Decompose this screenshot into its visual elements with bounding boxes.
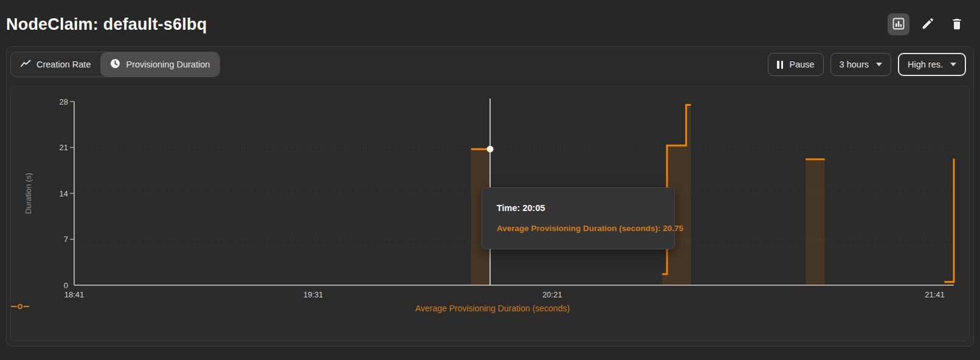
header-actions [888, 13, 968, 35]
chevron-down-icon [950, 63, 956, 66]
delete-button[interactable] [946, 13, 968, 35]
hover-point [488, 147, 493, 152]
y-tick-label: 0 [64, 281, 68, 290]
series-line [944, 159, 954, 282]
header: NodeClaim: default-s6lbq [0, 0, 980, 46]
chart-tooltip: Time: 20:05 Average Provisioning Duratio… [481, 187, 675, 249]
tab-label: Creation Rate [36, 60, 91, 69]
edit-button[interactable] [917, 13, 939, 35]
tab-group: Creation Rate Provisioning Duration [10, 52, 220, 77]
trend-line-icon [21, 60, 31, 69]
tab-provisioning-duration[interactable]: Provisioning Duration [100, 52, 219, 77]
time-range-dropdown[interactable]: 3 hours [830, 53, 891, 76]
x-tick-label: 21:41 [925, 290, 945, 299]
panel-chart-icon [892, 18, 905, 32]
tooltip-value: Average Provisioning Duration (seconds):… [497, 224, 674, 233]
y-tick-label: 21 [60, 143, 68, 152]
time-range-value: 3 hours [840, 60, 869, 69]
chart-view-button[interactable] [888, 13, 909, 35]
series-area [944, 159, 954, 285]
chart-legend[interactable]: Average Provisioning Duration (seconds) [11, 303, 969, 313]
pause-label: Pause [789, 60, 814, 69]
chart-panel: 0714212818:4119:3120:2121:41Duration (s)… [10, 86, 970, 341]
x-tick-label: 19:31 [303, 290, 323, 299]
legend-label: Average Provisioning Duration (seconds) [415, 303, 570, 313]
chart-toolbar: Creation Rate Provisioning Duration Paus… [10, 52, 970, 77]
y-tick-label: 14 [60, 189, 68, 198]
tab-label: Provisioning Duration [126, 60, 210, 69]
tab-creation-rate[interactable]: Creation Rate [11, 52, 100, 77]
pause-button[interactable]: Pause [768, 53, 823, 76]
page-title: NodeClaim: default-s6lbq [6, 15, 207, 34]
x-tick-label: 20:21 [542, 290, 562, 299]
resolution-dropdown[interactable]: High res. [898, 53, 966, 76]
tooltip-time: Time: 20:05 [497, 203, 674, 213]
x-tick-label: 18:41 [64, 290, 85, 299]
toolbar-controls: Pause 3 hours High res. [768, 53, 966, 76]
y-tick-label: 28 [60, 97, 68, 106]
y-axis-label: Duration (s) [24, 173, 33, 214]
nodeclaim-card: Creation Rate Provisioning Duration Paus… [6, 46, 974, 347]
trash-icon [951, 17, 963, 32]
chevron-down-icon [876, 63, 882, 66]
series-area [806, 159, 824, 285]
clock-icon [110, 58, 120, 71]
pause-icon [777, 61, 783, 69]
pencil-icon [921, 17, 934, 32]
resolution-value: High res. [908, 60, 943, 69]
y-tick-label: 7 [64, 235, 68, 244]
